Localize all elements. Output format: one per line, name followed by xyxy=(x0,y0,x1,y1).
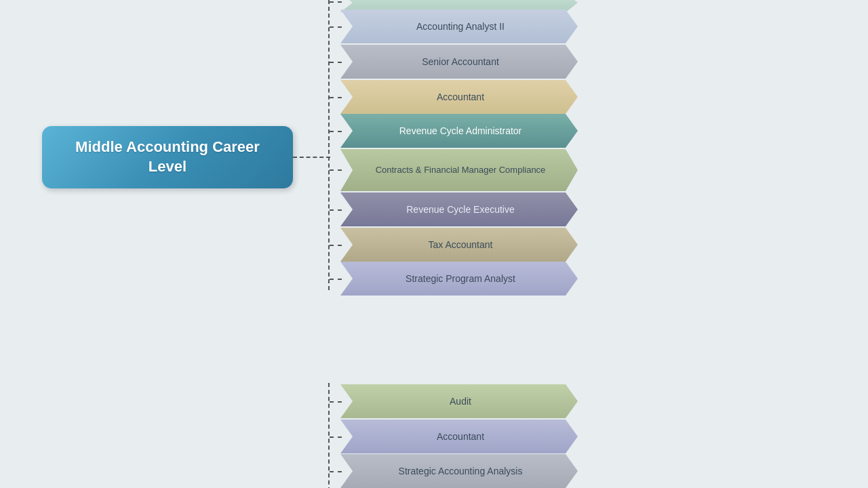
node-label-accountant2: Accountant xyxy=(437,430,484,443)
node-label-senior-accountant: Senior Accountant xyxy=(422,56,499,68)
central-node[interactable]: Middle Accounting Career Level xyxy=(42,126,293,188)
node-label-revenue-cycle-admin: Revenue Cycle Administrator xyxy=(399,125,522,137)
branch-node-audit[interactable]: Audit xyxy=(340,384,578,418)
branch-node-accounting-analyst[interactable]: Accounting Analyst II xyxy=(340,9,578,43)
branch-node-strategic-accounting[interactable]: Strategic Accounting Analysis xyxy=(340,454,578,488)
node-label-tax: Tax Accountant xyxy=(429,239,493,251)
node-shape-revenue-cycle-admin: Revenue Cycle Administrator xyxy=(340,114,578,148)
node-label-accounting-analyst: Accounting Analyst II xyxy=(416,20,505,33)
node-shape-accounting-analyst: Accounting Analyst II xyxy=(340,9,578,43)
node-label-revenue-exec: Revenue Cycle Executive xyxy=(406,203,515,216)
branch-node-revenue-exec[interactable]: Revenue Cycle Executive xyxy=(340,192,578,226)
branch-node-revenue-cycle-admin[interactable]: Revenue Cycle Administrator xyxy=(340,114,578,148)
node-shape-audit: Audit xyxy=(340,384,578,418)
branch-node-accountant2[interactable]: Accountant xyxy=(340,420,578,453)
branch-node-strategic[interactable]: Strategic Program Analyst xyxy=(340,262,578,296)
node-shape-accountant2: Accountant xyxy=(340,420,578,453)
node-shape-strategic: Strategic Program Analyst xyxy=(340,262,578,296)
main-h-connector xyxy=(293,157,330,158)
branch-node-tax[interactable]: Tax Accountant xyxy=(340,228,578,262)
node-label-strategic-accounting: Strategic Accounting Analysis xyxy=(399,465,523,477)
node-shape-revenue-exec: Revenue Cycle Executive xyxy=(340,192,578,226)
node-shape-contracts: Contracts & Financial Manager Compliance xyxy=(340,149,578,191)
node-shape-tax: Tax Accountant xyxy=(340,228,578,262)
node-shape-senior-accountant: Senior Accountant xyxy=(340,45,578,79)
node-shape-strategic-accounting: Strategic Accounting Analysis xyxy=(340,454,578,488)
diagram-container: Middle Accounting Career Level Accountin… xyxy=(0,0,868,488)
branch-node-contracts[interactable]: Contracts & Financial Manager Compliance xyxy=(340,149,578,191)
central-node-label: Middle Accounting Career Level xyxy=(54,138,281,176)
branch-node-accountant[interactable]: Accountant xyxy=(340,80,578,114)
node-label-strategic: Strategic Program Analyst xyxy=(406,272,515,285)
top-vertical-line xyxy=(328,0,330,290)
node-label-audit: Audit xyxy=(450,395,471,407)
node-label-accountant: Accountant xyxy=(437,91,484,103)
branch-node-senior-accountant[interactable]: Senior Accountant xyxy=(340,45,578,79)
node-shape-accountant: Accountant xyxy=(340,80,578,114)
node-label-contracts: Contracts & Financial Manager Compliance xyxy=(376,165,546,176)
